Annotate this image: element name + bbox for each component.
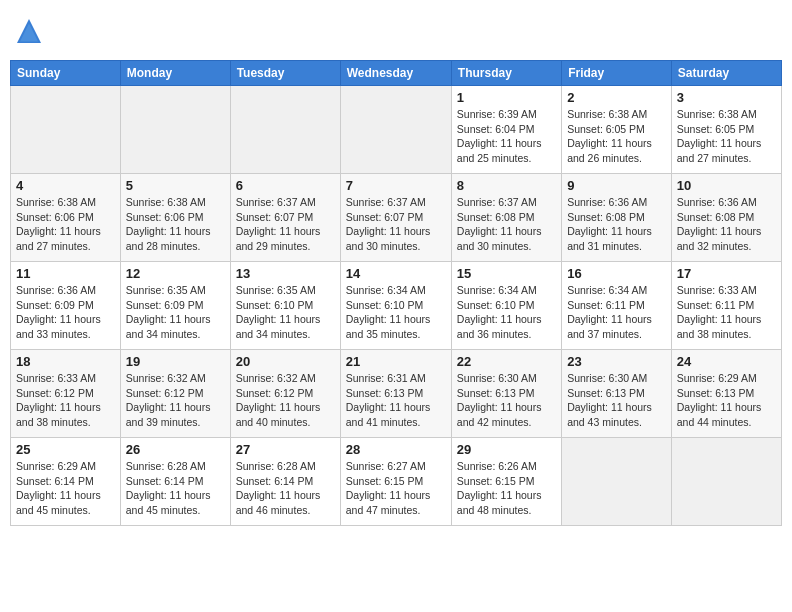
day-number: 13 [236,266,335,281]
calendar-header-row: SundayMondayTuesdayWednesdayThursdayFrid… [11,61,782,86]
week-row-2: 4Sunrise: 6:38 AM Sunset: 6:06 PM Daylig… [11,174,782,262]
calendar-cell: 28Sunrise: 6:27 AM Sunset: 6:15 PM Dayli… [340,438,451,526]
day-number: 6 [236,178,335,193]
week-row-1: 1Sunrise: 6:39 AM Sunset: 6:04 PM Daylig… [11,86,782,174]
calendar-cell [230,86,340,174]
day-number: 20 [236,354,335,369]
week-row-5: 25Sunrise: 6:29 AM Sunset: 6:14 PM Dayli… [11,438,782,526]
calendar-cell: 24Sunrise: 6:29 AM Sunset: 6:13 PM Dayli… [671,350,781,438]
day-number: 26 [126,442,225,457]
day-number: 12 [126,266,225,281]
calendar-cell: 1Sunrise: 6:39 AM Sunset: 6:04 PM Daylig… [451,86,561,174]
day-number: 21 [346,354,446,369]
day-number: 22 [457,354,556,369]
day-number: 24 [677,354,776,369]
day-info: Sunrise: 6:39 AM Sunset: 6:04 PM Dayligh… [457,107,556,166]
day-header-tuesday: Tuesday [230,61,340,86]
day-number: 8 [457,178,556,193]
calendar-cell: 16Sunrise: 6:34 AM Sunset: 6:11 PM Dayli… [562,262,672,350]
week-row-3: 11Sunrise: 6:36 AM Sunset: 6:09 PM Dayli… [11,262,782,350]
day-number: 17 [677,266,776,281]
day-info: Sunrise: 6:28 AM Sunset: 6:14 PM Dayligh… [126,459,225,518]
calendar-cell: 26Sunrise: 6:28 AM Sunset: 6:14 PM Dayli… [120,438,230,526]
day-info: Sunrise: 6:36 AM Sunset: 6:08 PM Dayligh… [677,195,776,254]
calendar-cell: 22Sunrise: 6:30 AM Sunset: 6:13 PM Dayli… [451,350,561,438]
calendar-body: 1Sunrise: 6:39 AM Sunset: 6:04 PM Daylig… [11,86,782,526]
day-info: Sunrise: 6:38 AM Sunset: 6:05 PM Dayligh… [677,107,776,166]
day-number: 4 [16,178,115,193]
day-header-monday: Monday [120,61,230,86]
day-number: 5 [126,178,225,193]
calendar-cell: 11Sunrise: 6:36 AM Sunset: 6:09 PM Dayli… [11,262,121,350]
calendar-table: SundayMondayTuesdayWednesdayThursdayFrid… [10,60,782,526]
day-number: 25 [16,442,115,457]
day-number: 11 [16,266,115,281]
day-number: 16 [567,266,666,281]
day-info: Sunrise: 6:38 AM Sunset: 6:05 PM Dayligh… [567,107,666,166]
day-info: Sunrise: 6:32 AM Sunset: 6:12 PM Dayligh… [126,371,225,430]
day-number: 7 [346,178,446,193]
day-info: Sunrise: 6:37 AM Sunset: 6:08 PM Dayligh… [457,195,556,254]
logo [14,16,48,46]
day-info: Sunrise: 6:32 AM Sunset: 6:12 PM Dayligh… [236,371,335,430]
calendar-cell: 14Sunrise: 6:34 AM Sunset: 6:10 PM Dayli… [340,262,451,350]
day-number: 28 [346,442,446,457]
day-info: Sunrise: 6:35 AM Sunset: 6:10 PM Dayligh… [236,283,335,342]
day-number: 27 [236,442,335,457]
day-info: Sunrise: 6:26 AM Sunset: 6:15 PM Dayligh… [457,459,556,518]
day-number: 9 [567,178,666,193]
day-number: 10 [677,178,776,193]
calendar-cell [562,438,672,526]
day-info: Sunrise: 6:34 AM Sunset: 6:10 PM Dayligh… [346,283,446,342]
day-info: Sunrise: 6:29 AM Sunset: 6:13 PM Dayligh… [677,371,776,430]
calendar-cell: 29Sunrise: 6:26 AM Sunset: 6:15 PM Dayli… [451,438,561,526]
calendar-cell: 6Sunrise: 6:37 AM Sunset: 6:07 PM Daylig… [230,174,340,262]
calendar-cell: 10Sunrise: 6:36 AM Sunset: 6:08 PM Dayli… [671,174,781,262]
day-header-saturday: Saturday [671,61,781,86]
day-number: 29 [457,442,556,457]
day-number: 19 [126,354,225,369]
calendar-cell: 5Sunrise: 6:38 AM Sunset: 6:06 PM Daylig… [120,174,230,262]
calendar-cell [671,438,781,526]
day-info: Sunrise: 6:37 AM Sunset: 6:07 PM Dayligh… [236,195,335,254]
calendar-cell: 15Sunrise: 6:34 AM Sunset: 6:10 PM Dayli… [451,262,561,350]
day-info: Sunrise: 6:38 AM Sunset: 6:06 PM Dayligh… [126,195,225,254]
day-header-friday: Friday [562,61,672,86]
day-info: Sunrise: 6:36 AM Sunset: 6:08 PM Dayligh… [567,195,666,254]
calendar-cell: 9Sunrise: 6:36 AM Sunset: 6:08 PM Daylig… [562,174,672,262]
day-info: Sunrise: 6:33 AM Sunset: 6:11 PM Dayligh… [677,283,776,342]
calendar-cell: 13Sunrise: 6:35 AM Sunset: 6:10 PM Dayli… [230,262,340,350]
day-info: Sunrise: 6:31 AM Sunset: 6:13 PM Dayligh… [346,371,446,430]
calendar-cell: 3Sunrise: 6:38 AM Sunset: 6:05 PM Daylig… [671,86,781,174]
calendar-cell: 23Sunrise: 6:30 AM Sunset: 6:13 PM Dayli… [562,350,672,438]
day-number: 3 [677,90,776,105]
calendar-cell: 25Sunrise: 6:29 AM Sunset: 6:14 PM Dayli… [11,438,121,526]
day-info: Sunrise: 6:34 AM Sunset: 6:10 PM Dayligh… [457,283,556,342]
calendar-cell: 7Sunrise: 6:37 AM Sunset: 6:07 PM Daylig… [340,174,451,262]
day-number: 14 [346,266,446,281]
day-info: Sunrise: 6:33 AM Sunset: 6:12 PM Dayligh… [16,371,115,430]
day-number: 1 [457,90,556,105]
calendar-cell: 21Sunrise: 6:31 AM Sunset: 6:13 PM Dayli… [340,350,451,438]
page-header [10,10,782,52]
day-info: Sunrise: 6:35 AM Sunset: 6:09 PM Dayligh… [126,283,225,342]
calendar-cell: 17Sunrise: 6:33 AM Sunset: 6:11 PM Dayli… [671,262,781,350]
day-info: Sunrise: 6:30 AM Sunset: 6:13 PM Dayligh… [567,371,666,430]
calendar-cell: 27Sunrise: 6:28 AM Sunset: 6:14 PM Dayli… [230,438,340,526]
calendar-cell: 4Sunrise: 6:38 AM Sunset: 6:06 PM Daylig… [11,174,121,262]
day-number: 23 [567,354,666,369]
calendar-cell [11,86,121,174]
week-row-4: 18Sunrise: 6:33 AM Sunset: 6:12 PM Dayli… [11,350,782,438]
calendar-cell: 8Sunrise: 6:37 AM Sunset: 6:08 PM Daylig… [451,174,561,262]
calendar-cell: 19Sunrise: 6:32 AM Sunset: 6:12 PM Dayli… [120,350,230,438]
day-number: 15 [457,266,556,281]
calendar-cell: 2Sunrise: 6:38 AM Sunset: 6:05 PM Daylig… [562,86,672,174]
day-header-sunday: Sunday [11,61,121,86]
day-info: Sunrise: 6:36 AM Sunset: 6:09 PM Dayligh… [16,283,115,342]
day-info: Sunrise: 6:29 AM Sunset: 6:14 PM Dayligh… [16,459,115,518]
calendar-cell: 12Sunrise: 6:35 AM Sunset: 6:09 PM Dayli… [120,262,230,350]
calendar-cell: 20Sunrise: 6:32 AM Sunset: 6:12 PM Dayli… [230,350,340,438]
logo-icon [14,16,44,46]
calendar-cell: 18Sunrise: 6:33 AM Sunset: 6:12 PM Dayli… [11,350,121,438]
day-header-thursday: Thursday [451,61,561,86]
